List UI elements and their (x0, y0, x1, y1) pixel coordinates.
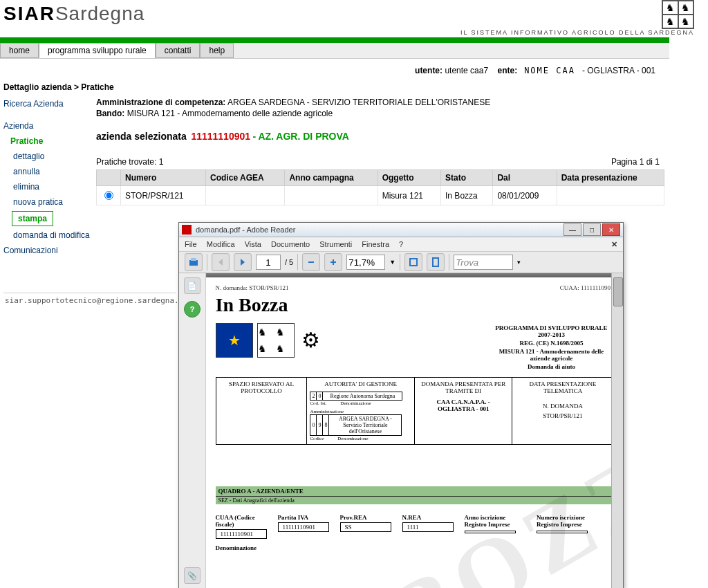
region-shield-icon: ♞♞♞♞ (662, 0, 694, 29)
sidebar-domanda[interactable]: domanda di modifica (3, 228, 93, 243)
svg-marker-2 (218, 259, 223, 266)
svg-rect-6 (333, 259, 334, 265)
svg-marker-3 (241, 259, 245, 266)
sidebar-dettaglio[interactable]: dettaglio (3, 149, 93, 164)
pdfmenu-documento[interactable]: Documento (271, 240, 310, 248)
pdf-scrollbar[interactable] (611, 273, 623, 305)
pdfmenu-help[interactable]: ? (399, 240, 403, 248)
fit-width-button[interactable] (404, 253, 422, 271)
pdf-reader-window: domanda.pdf - Adobe Reader — □ ✕ File Mo… (178, 222, 624, 305)
pdfmenu-close-icon[interactable]: ✕ (611, 240, 617, 249)
fit-page-button[interactable] (427, 253, 445, 271)
page-total: / 5 (285, 258, 293, 266)
pdfmenu-modifica[interactable]: Modifica (207, 240, 235, 248)
sidebar-elimina[interactable]: elimina (3, 179, 93, 194)
sidebar-nuova[interactable]: nuova pratica (3, 194, 93, 210)
next-page-button[interactable] (234, 253, 252, 271)
maximize-button[interactable]: □ (583, 223, 601, 236)
user-bar: utente: utente caa7 ente: NOME CAA - OGL… (0, 59, 669, 78)
prev-page-button[interactable] (212, 253, 230, 271)
sidebar-ricerca[interactable]: Ricerca Azienda (3, 96, 93, 111)
svg-rect-8 (433, 258, 438, 266)
help-icon[interactable]: ? (184, 301, 201, 305)
sidebar: Ricerca Azienda Azienda Pratiche dettagl… (0, 96, 93, 305)
app-header: SIARSardegna ♞♞♞♞ IL SISTEMA INFORMATIVO… (0, 0, 708, 37)
page-indicator: Pagina 1 di 1 (611, 157, 660, 167)
page-input[interactable] (256, 255, 281, 270)
zoom-input[interactable] (346, 255, 385, 270)
pdf-menubar: File Modifica Vista Documento Strumenti … (179, 237, 623, 252)
pdf-viewport[interactable]: BOZZA N. domanda: STOR/PSR/121 CUAA: 111… (206, 273, 623, 305)
sidebar-comunicazioni[interactable]: Comunicazioni (3, 243, 93, 258)
sidebar-azienda[interactable]: Azienda (3, 118, 93, 134)
logo: SIARSardegna (0, 3, 145, 24)
svg-rect-1 (191, 258, 196, 261)
menu-psr[interactable]: programma sviluppo rurale (39, 43, 156, 58)
header-subtitle: IL SISTEMA INFORMATIVO AGRICOLO DELLA SA… (460, 29, 694, 36)
sidebar-stampa[interactable]: stampa (12, 211, 53, 226)
row-select-radio[interactable] (104, 191, 113, 200)
menu-home[interactable]: home (0, 43, 39, 58)
find-input[interactable] (454, 255, 513, 270)
svg-rect-0 (189, 260, 198, 266)
menu-contatti[interactable]: contatti (156, 43, 201, 58)
zoom-out-button[interactable] (302, 253, 320, 271)
pages-panel-icon[interactable]: 📄 (184, 277, 201, 294)
pdfmenu-strumenti[interactable]: Strumenti (319, 240, 352, 248)
pdfmenu-finestra[interactable]: Finestra (362, 240, 389, 248)
sidebar-annulla[interactable]: annulla (3, 164, 93, 179)
green-divider (0, 37, 669, 43)
menu-help[interactable]: help (200, 43, 234, 58)
azienda-selezionata: azienda selezionata 11111110901 - AZ. AG… (96, 131, 708, 142)
zoom-in-button[interactable] (324, 253, 342, 271)
pdf-toolbar: / 5 ▼ ▾ (179, 252, 623, 273)
pratiche-table: NumeroCodice AGEAAnno campagna OggettoSt… (96, 169, 664, 205)
main-menu: home programma sviluppo rurale contatti … (0, 43, 669, 59)
pdf-icon (182, 225, 192, 235)
doc-status: In Bozza (216, 294, 614, 305)
minimize-button[interactable]: — (563, 223, 581, 236)
sidebar-pratiche[interactable]: Pratiche (3, 134, 93, 149)
pratiche-count: Pratiche trovate: 1 (96, 157, 163, 167)
pdf-sidebar: 📄 ? 📎 (179, 273, 206, 305)
breadcrumb: Dettaglio azienda > Pratiche (0, 78, 708, 96)
print-button[interactable] (185, 253, 203, 271)
pdf-titlebar[interactable]: domanda.pdf - Adobe Reader — □ ✕ (179, 223, 623, 237)
table-row[interactable]: STOR/PSR/121 Misura 121In Bozza08/01/200… (97, 186, 664, 205)
pdf-page: BOZZA N. domanda: STOR/PSR/121 CUAA: 111… (206, 277, 623, 305)
pdfmenu-file[interactable]: File (185, 240, 197, 248)
close-button[interactable]: ✕ (602, 223, 620, 236)
pdfmenu-vista[interactable]: Vista (245, 240, 261, 248)
svg-rect-4 (308, 261, 314, 263)
svg-rect-7 (410, 259, 417, 266)
